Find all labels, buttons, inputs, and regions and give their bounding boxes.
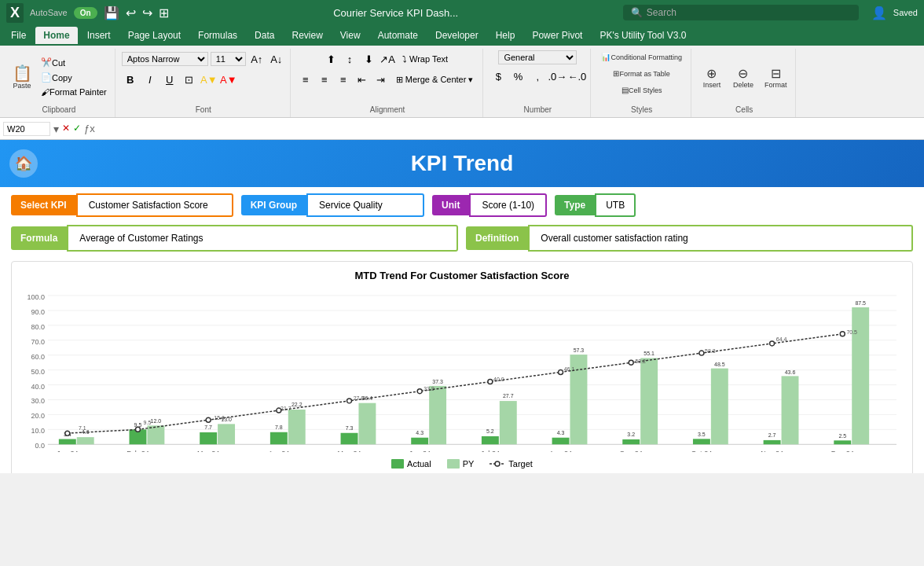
account-icon[interactable]: 👤 [871,6,887,20]
svg-text:4.3: 4.3 [557,430,565,436]
cut-button[interactable]: ✂️ Cut [38,56,110,69]
tab-pkutility[interactable]: PK's Utility Tool V3.0 [592,27,694,44]
fill-color-button[interactable]: A▼ [200,71,218,88]
svg-text:40.0: 40.0 [31,383,44,391]
select-kpi-value[interactable]: Customer Satisfaction Score [76,193,233,217]
svg-text:55.1: 55.1 [644,351,654,356]
comma-button[interactable]: , [529,68,546,85]
svg-rect-53 [500,401,517,444]
search-box[interactable]: 🔍 [623,5,859,20]
svg-point-91 [699,351,704,355]
tab-view[interactable]: View [332,27,368,44]
font-color-button[interactable]: A▼ [220,71,237,88]
tab-powerpivot[interactable]: Power Pivot [524,27,590,44]
save-icon[interactable]: 💾 [104,6,119,20]
tab-automate[interactable]: Automate [370,27,426,44]
legend-target-icon [490,459,505,469]
align-middle-button[interactable]: ↕ [341,50,358,68]
borders-button[interactable]: ⊡ [181,71,198,88]
increase-font-button[interactable]: A↑ [248,50,266,68]
tab-pagelayout[interactable]: Page Layout [120,27,189,44]
alignment-label: Alignment [370,104,405,116]
svg-text:Aug-24: Aug-24 [549,450,572,452]
grid-view-icon[interactable]: ⊞ [159,6,169,20]
cancel-formula-button[interactable]: ✕ [62,123,70,134]
cells-content: ⊕ Insert ⊖ Delete ⊟ Format [698,50,791,104]
increase-indent-button[interactable]: ⇥ [372,71,390,88]
kpi-group-label: KPI Group [241,195,306,215]
legend-actual-color [391,459,404,469]
paste-button[interactable]: 📋 Paste [8,63,36,92]
align-left-button[interactable]: ≡ [297,71,314,88]
currency-button[interactable]: $ [490,68,507,85]
number-format-select[interactable]: General [498,50,577,64]
tab-file[interactable]: File [3,27,34,44]
svg-text:2.7: 2.7 [768,432,776,438]
font-size-select[interactable]: 11 [211,52,246,66]
svg-text:22.2: 22.2 [292,402,302,407]
svg-text:7.3: 7.3 [346,425,354,431]
bold-button[interactable]: B [122,71,139,88]
tab-formulas[interactable]: Formulas [190,27,245,44]
cells-label: Cells [735,104,753,116]
align-bottom-button[interactable]: ⬇ [360,50,377,68]
format-cell-button[interactable]: ⊟ Format [761,64,791,91]
confirm-formula-button[interactable]: ✓ [73,123,81,134]
copy-button[interactable]: 📄 Copy [38,71,110,84]
search-input[interactable] [647,7,820,18]
kpi-content: Select KPI Customer Satisfaction Score K… [0,187,924,473]
svg-text:7.1: 7.1 [79,425,86,431]
merge-center-dropdown[interactable]: ▾ [468,75,473,85]
insert-function-button[interactable]: ƒx [84,123,95,134]
svg-text:27.8: 27.8 [354,395,365,401]
ribbon: 📋 Paste ✂️ Cut 📄 Copy 🖌 Format Painter C… [0,46,924,118]
font-family-select[interactable]: Aptos Narrow [122,52,208,66]
conditional-formatting-button[interactable]: 📊 Conditional Formatting [597,50,686,64]
svg-rect-38 [288,410,306,444]
redo-icon[interactable]: ↪ [142,6,152,20]
formula-bar-expand[interactable]: ▾ [53,123,59,135]
formula-input[interactable] [98,122,921,136]
align-top-button[interactable]: ⬆ [322,50,339,68]
svg-rect-72 [764,440,781,444]
cell-styles-button[interactable]: ▤ Cell Styles [618,83,666,97]
type-value: UTB [595,193,636,217]
chart-legend: Actual PY Target [20,459,904,469]
merge-center-button[interactable]: ⊞ Merge & Center ▾ [391,73,478,86]
autosave-toggle[interactable]: On [74,7,97,19]
svg-text:100.0: 100.0 [27,293,44,301]
increase-decimal-button[interactable]: .0→ [548,68,566,85]
italic-button[interactable]: I [141,71,159,88]
tab-developer[interactable]: Developer [427,27,486,44]
tab-help[interactable]: Help [488,27,523,44]
svg-text:Jan-24: Jan-24 [57,450,78,452]
tab-review[interactable]: Review [284,27,330,44]
insert-cell-button[interactable]: ⊕ Insert [698,64,726,91]
decrease-font-button[interactable]: A↓ [268,50,285,68]
underline-button[interactable]: U [161,71,178,88]
delete-cell-button[interactable]: ⊖ Delete [729,64,757,91]
type-selector: Type UTB [555,193,636,217]
cells-group: ⊕ Insert ⊖ Delete ⊟ Format Cells [693,49,797,117]
text-direction-button[interactable]: ↗A [379,50,396,68]
undo-icon[interactable]: ↩ [126,6,136,20]
cell-styles-icon: ▤ [622,86,629,94]
formula-actions: ✕ ✓ ƒx [62,123,95,134]
legend-py-label: PY [463,459,475,469]
percent-button[interactable]: % [509,68,526,85]
tab-insert[interactable]: Insert [79,27,119,44]
merge-center-label: Merge & Center [405,75,467,84]
tab-home[interactable]: Home [35,27,77,44]
decrease-indent-button[interactable]: ⇤ [354,71,371,88]
ribbon-tabs: File Home Insert Page Layout Formulas Da… [0,25,924,46]
cell-reference[interactable] [3,122,50,136]
tab-data[interactable]: Data [247,27,282,44]
decrease-decimal-button[interactable]: ←.0 [568,68,585,85]
align-right-button[interactable]: ≡ [335,71,352,88]
format-as-table-button[interactable]: ⊞ Format as Table [609,67,673,80]
home-icon: 🏠 [9,149,38,178]
wrap-text-button[interactable]: ⤵ Wrap Text [398,53,453,65]
kpi-header: 🏠 KPI Trend [0,140,924,187]
format-painter-button[interactable]: 🖌 Format Painter [38,86,110,98]
align-center-button[interactable]: ≡ [316,71,333,88]
